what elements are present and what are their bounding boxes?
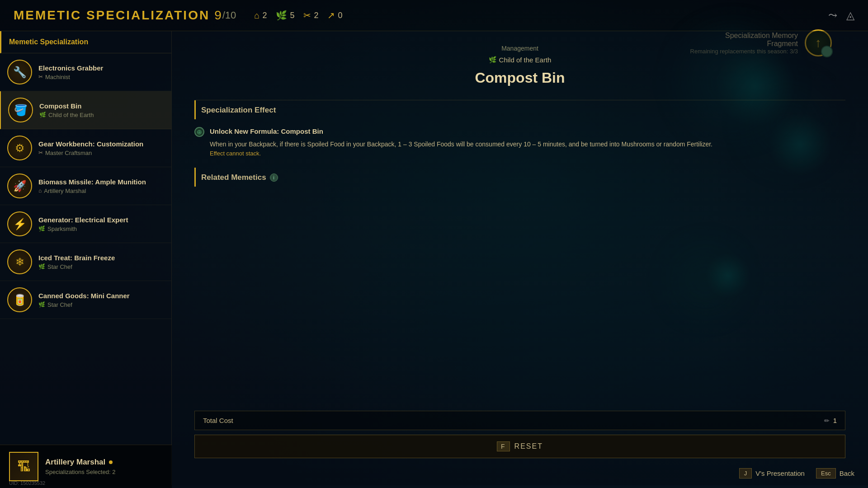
reset-key-badge: F [497, 441, 510, 451]
spec-effect-title: Specialization Effect [194, 100, 845, 119]
vs-key-badge: J [739, 468, 752, 479]
scissors-icon: ✂ [303, 10, 311, 21]
sparksmith-icon: 🌿 [38, 225, 45, 232]
effect-unlock-icon: ⊕ [194, 127, 204, 137]
character-sub: Specializations Selected: 2 [45, 469, 163, 475]
footer-nav: J V's Presentation Esc Back [726, 461, 868, 485]
child-earth-icon: 🌿 [39, 112, 46, 118]
header: MEMETIC SPECIALIZATION 9 /10 ⌂ 2 🌿 5 ✂ 2… [0, 0, 868, 31]
generator-name: Generator: Electrical Expert [38, 216, 164, 224]
artillery-marshal-icon: ⌂ [38, 188, 42, 194]
nav-home[interactable]: ⌂ 2 [254, 10, 267, 21]
generator-sub: 🌿 Sparksmith [38, 225, 164, 232]
info-icon: i [270, 174, 278, 182]
iced-treat-icon: ❄ [7, 249, 32, 274]
electronics-grabber-name: Electronics Grabber [38, 64, 164, 72]
sidebar-item-iced-treat[interactable]: ❄ Iced Treat: Brain Freeze 🌿 Star Chef [0, 243, 171, 281]
sidebar: Memetic Specialization 🔧 Electronics Gra… [0, 31, 172, 485]
vs-label: V's Presentation [755, 469, 805, 477]
related-memetics-section: Related Memetics i [194, 168, 845, 187]
character-info: Artillery Marshal Specializations Select… [45, 458, 163, 475]
generator-info: Generator: Electrical Expert 🌿 Sparksmit… [38, 216, 164, 232]
content-category: Management [181, 45, 859, 52]
iced-treat-info: Iced Treat: Brain Freeze 🌿 Star Chef [38, 254, 164, 270]
content-title: Compost Bin [181, 70, 859, 86]
total-cost-bar: Total Cost ✏ 1 [194, 411, 845, 430]
generator-icon: ⚡ [7, 211, 32, 236]
nav-scissors-value: 2 [314, 11, 318, 20]
content-panel: Management 🌿 Child of the Earth Compost … [172, 31, 868, 485]
cost-value: ✏ 1 [824, 417, 837, 424]
nav-scissors[interactable]: ✂ 2 [303, 10, 318, 21]
sidebar-item-gear-workbench[interactable]: ⚙ Gear Workbench: Customization ✂ Master… [0, 129, 171, 167]
reset-label: RESET [514, 442, 543, 450]
spec-effect-item: ⊕ Unlock New Formula: Compost Bin When i… [194, 126, 845, 159]
sidebar-list: 🔧 Electronics Grabber ✂ Machinist 🪣 Comp… [0, 53, 171, 485]
tag-leaf-icon: 🌿 [489, 56, 496, 63]
nav-leaf[interactable]: 🌿 5 [276, 10, 294, 21]
biomass-missile-name: Biomass Missile: Ample Munition [38, 178, 164, 186]
canned-goods-info: Canned Goods: Mini Canner 🌿 Star Chef [38, 292, 164, 308]
profile-icon[interactable]: ◬ [846, 9, 854, 22]
compost-bin-info: Compost Bin 🌿 Child of the Earth [39, 102, 164, 118]
gear-workbench-name: Gear Workbench: Customization [38, 140, 164, 148]
gear-workbench-sub: ✂ Master Craftsman [38, 150, 164, 156]
uid: UID: 150235532 [9, 480, 45, 485]
nav-arrow[interactable]: ↗ 0 [327, 10, 342, 21]
sidebar-header: Memetic Specialization [0, 31, 171, 53]
character-icon: 🏗 [9, 452, 38, 481]
star-chef-icon-1: 🌿 [38, 263, 45, 270]
content-header: Management 🌿 Child of the Earth Compost … [172, 31, 868, 91]
effect-note: Effect cannot stack. [210, 149, 712, 159]
character-dot [109, 460, 113, 464]
reset-button[interactable]: F RESET [194, 435, 845, 458]
main-container: MEMETIC SPECIALIZATION 9 /10 ⌂ 2 🌿 5 ✂ 2… [0, 0, 868, 488]
home-icon: ⌂ [254, 10, 259, 21]
sidebar-item-electronics-grabber[interactable]: 🔧 Electronics Grabber ✂ Machinist [0, 53, 171, 91]
sidebar-item-biomass-missile[interactable]: 🚀 Biomass Missile: Ample Munition ⌂ Arti… [0, 167, 171, 205]
back-label: Back [840, 469, 854, 477]
canned-goods-sub: 🌿 Star Chef [38, 301, 164, 308]
spec-count: 9 [214, 8, 222, 23]
electronics-grabber-sub: ✂ Machinist [38, 74, 164, 80]
leaf-icon: 🌿 [276, 10, 287, 21]
cost-number: 1 [833, 417, 837, 424]
sidebar-item-generator[interactable]: ⚡ Generator: Electrical Expert 🌿 Sparksm… [0, 205, 171, 243]
canned-goods-name: Canned Goods: Mini Canner [38, 292, 164, 300]
nav-home-value: 2 [262, 11, 267, 20]
related-memetics-title: Related Memetics i [194, 168, 845, 187]
iced-treat-name: Iced Treat: Brain Freeze [38, 254, 164, 262]
back-button[interactable]: Esc Back [816, 468, 854, 479]
cost-label: Total Cost [203, 417, 233, 424]
gear-workbench-icon: ⚙ [7, 136, 32, 160]
sidebar-item-compost-bin[interactable]: 🪣 Compost Bin 🌿 Child of the Earth [0, 91, 171, 129]
character-name: Artillery Marshal [45, 458, 163, 467]
top-right-controls: ⤳ ◬ [828, 9, 854, 22]
compost-bin-name: Compost Bin [39, 102, 164, 110]
bottom-actions: Total Cost ✏ 1 F RESET [194, 411, 845, 458]
effect-title: Unlock New Formula: Compost Bin [210, 126, 712, 137]
share-icon[interactable]: ⤳ [828, 9, 837, 22]
page-title: MEMETIC SPECIALIZATION [14, 8, 210, 23]
character-bar: 🏗 Artillery Marshal Specializations Sele… [0, 445, 172, 485]
machinist-icon: ✂ [38, 74, 43, 80]
vs-presentation-button[interactable]: J V's Presentation [739, 468, 805, 479]
compost-bin-icon: 🪣 [8, 98, 33, 122]
iced-treat-sub: 🌿 Star Chef [38, 263, 164, 270]
content-tag: 🌿 Child of the Earth [489, 56, 552, 64]
star-chef-icon-2: 🌿 [38, 301, 45, 308]
nav-arrow-value: 0 [338, 11, 342, 20]
biomass-missile-sub: ⌂ Artillery Marshal [38, 188, 164, 194]
spec-total: /10 [222, 9, 236, 21]
back-key-badge: Esc [816, 468, 836, 479]
biomass-missile-icon: 🚀 [7, 174, 32, 198]
gear-workbench-info: Gear Workbench: Customization ✂ Master C… [38, 140, 164, 156]
main-layout: Memetic Specialization 🔧 Electronics Gra… [0, 31, 868, 485]
effect-text: Unlock New Formula: Compost Bin When in … [210, 126, 712, 159]
canned-goods-icon: 🥫 [7, 287, 32, 312]
sidebar-item-canned-goods[interactable]: 🥫 Canned Goods: Mini Canner 🌿 Star Chef [0, 281, 171, 319]
compost-bin-sub: 🌿 Child of the Earth [39, 112, 164, 118]
effect-body: When in your Backpack, if there is Spoil… [210, 139, 712, 149]
arrow-icon: ↗ [327, 10, 335, 21]
electronics-grabber-icon: 🔧 [7, 60, 32, 84]
